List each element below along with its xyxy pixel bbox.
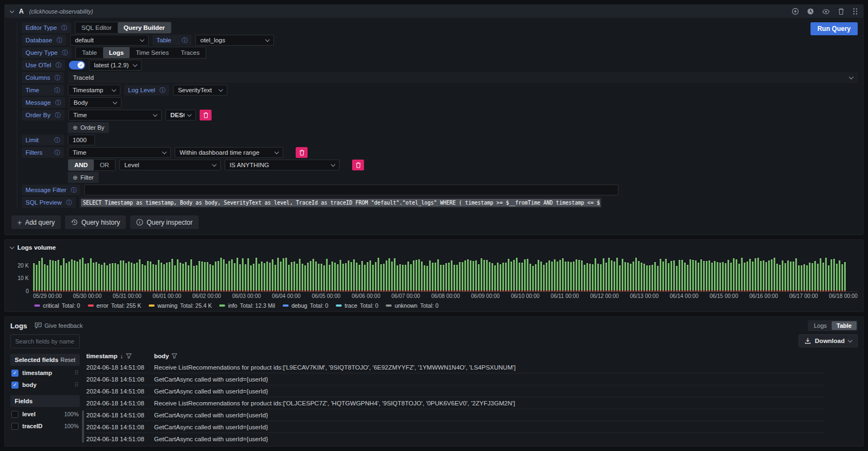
legend-item-critical[interactable]: criticalTotal: 0 [34,302,80,309]
logs-volume-header[interactable]: Logs volume [10,243,858,252]
drag-handle-icon[interactable]: ⠿ [74,382,79,389]
give-feedback-link[interactable]: Give feedback [35,322,82,329]
bars-plot[interactable] [33,256,858,292]
table-row[interactable]: 2024-06-18 14:51:08Receive ListRecommend… [86,361,824,373]
info-icon[interactable]: ⓘ [54,150,60,156]
database-select[interactable]: default [70,35,149,46]
table-row[interactable]: 2024-06-18 14:51:08Receive ListRecommend… [86,397,824,409]
table-row[interactable]: 2024-06-18 14:51:08GetCartAsync called w… [86,433,824,443]
filter-funnel-icon[interactable] [126,353,132,359]
segment-option-table[interactable]: Table [832,321,857,330]
info-icon[interactable]: ⓘ [54,75,60,81]
legend-item-info[interactable]: infoTotal: 12.3 Mil [219,302,275,309]
remove-filter-button[interactable] [296,147,308,158]
filter-funnel-icon[interactable] [171,353,177,359]
info-icon[interactable]: ⓘ [61,25,67,31]
sql-preview-text[interactable]: SELECT Timestamp as timestamp, Body as b… [81,199,601,207]
filter-operator-select[interactable]: Within dashboard time range [175,147,283,158]
query-row-header[interactable]: A (clickhouse-observability) [5,5,863,18]
log-level-select[interactable]: SeverityText [173,85,227,96]
info-icon[interactable]: ⓘ [55,112,61,118]
use-otel-toggle[interactable]: ✓ [69,61,85,69]
legend-item-trace[interactable]: traceTotal: 0 [336,302,378,309]
add-order-by-button[interactable]: ⊕Order By [68,122,109,133]
add-query-button[interactable]: +Add query [11,215,61,229]
filter2-operator-select[interactable]: IS ANYTHING [225,160,340,170]
volume-bar [125,263,127,291]
message-column-select[interactable]: Body [69,97,122,108]
sort-desc-icon[interactable]: ↓ [120,353,124,359]
info-icon[interactable]: ⓘ [62,50,68,56]
order-direction-select[interactable]: DESC [165,110,196,120]
download-button[interactable]: Download [799,334,858,347]
legend-item-warning[interactable]: warningTotal: 25.4 K [149,302,212,309]
segment-option-traces[interactable]: Traces [175,47,206,58]
table-row[interactable]: 2024-06-18 14:51:08GetCartAsync called w… [86,409,824,421]
remove-filter2-button[interactable] [352,160,364,170]
body-column-header[interactable]: body [154,353,169,359]
filter-field-select[interactable]: Time [68,147,171,158]
search-fields-input[interactable] [10,334,80,348]
checkbox-unchecked[interactable] [11,423,18,430]
timestamp-column-header[interactable]: timestamp [86,353,118,359]
hide-response-eye-icon[interactable] [822,8,830,16]
reset-fields-button[interactable]: Reset [61,357,75,363]
message-filter-input[interactable] [84,185,618,195]
x-tick-label: 06/17 00:00 [789,293,818,300]
info-icon[interactable]: ⓘ [56,37,62,43]
info-icon[interactable]: ⓘ [66,200,72,206]
info-icon[interactable]: ⓘ [182,37,188,43]
volume-bar [296,264,298,291]
segment-option-time-series[interactable]: Time Series [130,47,175,58]
info-icon[interactable]: ⓘ [54,137,60,143]
filter2-field-select[interactable]: Level [119,160,221,170]
chevron-down-icon [275,149,279,154]
collapse-chevron-icon[interactable] [10,8,14,12]
legend-item-unknown[interactable]: unknownTotal: 0 [386,302,438,309]
volume-bar [280,262,282,291]
segment-option-table[interactable]: Table [76,47,103,58]
limit-input[interactable]: 1000 [68,135,95,145]
segment-option-logs[interactable]: Logs [103,47,130,58]
segment-option-sql-editor[interactable]: SQL Editor [75,22,118,33]
disable-query-icon[interactable] [792,8,799,15]
info-icon[interactable]: ⓘ [159,87,165,93]
table-row[interactable]: 2024-06-18 14:51:08GetCartAsync called w… [86,373,824,385]
legend-item-error[interactable]: errorTotal: 255 K [88,302,142,309]
table-row[interactable]: 2024-06-18 14:51:08GetCartAsync called w… [86,385,824,397]
time-column-select[interactable]: Timestamp [68,85,120,96]
collapse-chevron-icon[interactable] [10,244,14,249]
otel-version-select[interactable]: latest (1.2.9) [89,60,142,71]
legend-item-debug[interactable]: debugTotal: 0 [283,302,328,309]
checkbox-checked[interactable]: ✓ [11,370,18,377]
add-filter-button[interactable]: ⊕Filter [68,172,99,183]
remove-order-by-button[interactable] [200,110,212,120]
volume-bar [709,261,710,291]
info-icon[interactable]: ⓘ [54,87,60,93]
segment-option-query-builder[interactable]: Query Builder [118,22,171,33]
plus-circle-icon: ⊕ [73,124,78,131]
info-icon[interactable]: ⓘ [71,187,76,193]
volume-bar [114,263,116,291]
delete-query-trash-icon[interactable] [838,8,845,15]
drag-handle-icon[interactable]: ⠿ [74,370,79,377]
info-icon[interactable]: ⓘ [55,100,61,106]
table-select[interactable]: otel_logs [195,35,274,46]
segment-option-logs[interactable]: Logs [809,321,832,330]
volume-bar [405,265,406,291]
segment-option-or[interactable]: OR [94,160,115,170]
checkbox-checked[interactable]: ✓ [11,382,18,389]
volume-bar [432,263,433,291]
query-history-button[interactable]: Query history [65,215,126,229]
drag-handle-icon[interactable] [852,8,858,15]
run-query-button[interactable]: Run Query [810,22,858,35]
info-icon[interactable]: ⓘ [55,62,61,68]
query-inspector-button[interactable]: Query inspector [130,215,199,229]
table-row[interactable]: 2024-06-18 14:51:08GetCartAsync called w… [86,421,824,433]
sidebar-scrollbar[interactable] [82,410,84,443]
query-history-icon[interactable] [807,8,814,15]
checkbox-unchecked[interactable] [11,411,18,418]
segment-option-and[interactable]: AND [68,160,94,170]
order-by-field-select[interactable]: Time [68,110,162,120]
columns-multiselect[interactable]: TraceId [68,72,858,83]
